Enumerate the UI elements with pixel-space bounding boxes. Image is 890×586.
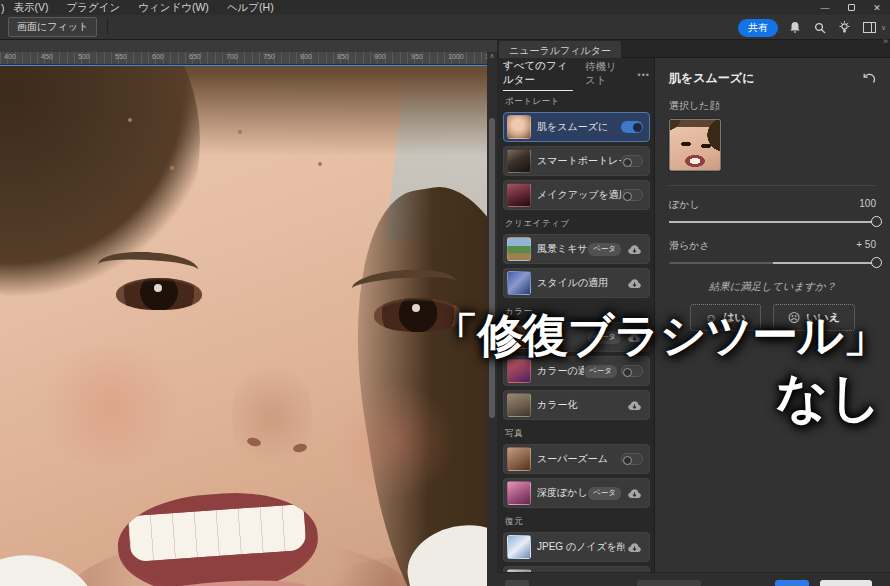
slider-label: 滑らかさ xyxy=(669,239,710,253)
slider-handle[interactable] xyxy=(871,216,882,227)
slider-track[interactable] xyxy=(669,221,876,223)
filter-row[interactable]: 肌をスムーズに xyxy=(503,112,650,142)
slider: ぼかし100 xyxy=(669,198,876,223)
filter-toggle[interactable] xyxy=(621,155,643,167)
ok-button-partial[interactable] xyxy=(775,580,809,586)
lightbulb-icon[interactable] xyxy=(837,21,853,34)
window-controls: — ✕ xyxy=(812,0,890,15)
filter-thumbnail xyxy=(507,393,531,417)
filter-section-title: 復元 xyxy=(505,516,650,528)
ruler-tick-label: 650 xyxy=(189,53,201,60)
document-photo[interactable] xyxy=(0,65,487,586)
filter-label: 風景ミキサー xyxy=(537,242,588,256)
filter-row[interactable]: スマートポートレート xyxy=(503,146,650,176)
output-button-partial[interactable] xyxy=(637,580,701,586)
filter-label: 調和 xyxy=(537,330,588,344)
download-cloud-icon[interactable] xyxy=(625,488,643,499)
filter-row[interactable]: メイクアップを適用 xyxy=(503,180,650,210)
filter-row[interactable]: スーパーズーム xyxy=(503,444,650,474)
ruler-tick-label: 600 xyxy=(152,53,164,60)
filter-detail: 肌をスムーズに 選択した顔 ぼかし100滑らかさ+ 50 結果に満足していますか… xyxy=(655,58,890,572)
scroll-up-icon[interactable]: ∧ xyxy=(487,52,497,60)
download-cloud-icon[interactable] xyxy=(625,542,643,553)
tab-all-filters[interactable]: すべてのフィルター xyxy=(503,59,573,91)
feedback-yes-button[interactable]: ☺ はい xyxy=(690,304,761,331)
selected-face-thumbnail[interactable] xyxy=(669,119,721,171)
smile-icon: ☺ xyxy=(705,311,717,325)
ruler-tick-label: 550 xyxy=(115,53,127,60)
filter-row[interactable]: 深度ぼかしベータ xyxy=(503,478,650,508)
slider-track[interactable] xyxy=(669,262,876,264)
bell-icon[interactable] xyxy=(787,21,803,34)
filter-row[interactable]: カラー化 xyxy=(503,390,650,420)
canvas-area: 4004505005506006507007508008509009501000… xyxy=(0,40,497,586)
close-button[interactable]: ✕ xyxy=(864,0,890,15)
menu-bar: 表示(V)プラグインウィンドウ(W)ヘルプ(H) xyxy=(5,1,283,15)
filter-row[interactable]: 風景ミキサーベータ xyxy=(503,234,650,264)
filter-toggle[interactable] xyxy=(621,121,643,133)
slider-fill xyxy=(669,221,876,223)
filter-thumbnail xyxy=(507,447,531,471)
filter-toggle[interactable] xyxy=(621,453,643,465)
filter-row[interactable]: JPEG のノイズを削除 xyxy=(503,532,650,562)
workspace-icon[interactable] xyxy=(862,22,878,33)
menu-item[interactable]: プラグイン xyxy=(58,1,130,15)
more-options-icon[interactable]: ••• xyxy=(638,70,650,80)
detail-title: 肌をスムーズに xyxy=(669,70,754,87)
slider-handle[interactable] xyxy=(871,257,882,268)
minimize-button[interactable]: — xyxy=(812,0,838,15)
download-cloud-icon[interactable] xyxy=(625,400,643,411)
ruler-tick-label: 950 xyxy=(411,53,423,60)
filter-section-title: クリエイティブ xyxy=(505,218,650,230)
slider-value: + 50 xyxy=(856,239,876,253)
filter-label: スタイルの適用 xyxy=(537,276,625,290)
feedback-section: 結果に満足していますか？ ☺ はい ☹ いいえ xyxy=(669,280,876,331)
filter-row[interactable]: カラーの適用ベータ xyxy=(503,356,650,386)
vertical-scrollbar[interactable]: ∧ xyxy=(487,52,497,586)
filter-thumbnail xyxy=(507,271,531,295)
download-cloud-icon[interactable] xyxy=(625,244,643,255)
filter-label: 深度ぼかし xyxy=(537,486,588,500)
filter-label: スマートポートレート xyxy=(537,154,621,168)
filter-toggle[interactable] xyxy=(621,189,643,201)
horizontal-ruler: 4004505005506006507007508008509009501000… xyxy=(0,52,487,65)
restore-button[interactable] xyxy=(838,0,864,15)
share-button[interactable]: 共有 xyxy=(738,19,778,37)
filter-row[interactable]: 調和ベータ xyxy=(503,322,650,352)
filter-thumbnail xyxy=(507,325,531,349)
download-cloud-icon[interactable] xyxy=(625,278,643,289)
feedback-no-button[interactable]: ☹ いいえ xyxy=(773,304,855,331)
workspace-chevron-icon[interactable]: ∨ xyxy=(881,24,886,32)
filter-row[interactable]: スタイルの適用 xyxy=(503,268,650,298)
reset-icon[interactable] xyxy=(862,73,876,85)
filter-thumbnail xyxy=(507,481,531,505)
ruler-tick-label: 750 xyxy=(263,53,275,60)
filter-section-title: カラー xyxy=(505,306,650,318)
menu-item[interactable]: ウィンドウ(W) xyxy=(129,1,218,15)
scrollbar-thumb[interactable] xyxy=(489,118,495,418)
fit-screen-button[interactable]: 画面にフィット xyxy=(8,17,97,37)
frown-icon: ☹ xyxy=(788,311,801,325)
ruler-tick-label: 400 xyxy=(4,53,16,60)
filter-section-title: 写真 xyxy=(505,428,650,440)
menu-item[interactable]: 表示(V) xyxy=(5,1,58,15)
toggle-knob xyxy=(623,158,632,167)
search-icon[interactable] xyxy=(812,22,828,34)
menu-item[interactable]: ヘルプ(H) xyxy=(218,1,283,15)
filter-badge: ベータ xyxy=(588,243,621,256)
filter-list: すべてのフィルター 待機リスト ••• ポートレート肌をスムーズにスマートポート… xyxy=(497,58,655,572)
download-cloud-icon[interactable] xyxy=(625,332,643,343)
sliders-section: ぼかし100滑らかさ+ 50 xyxy=(669,185,876,264)
toggle-knob xyxy=(623,456,632,465)
toggle-knob xyxy=(633,123,642,132)
filter-toggle[interactable] xyxy=(621,365,643,377)
tab-wait-list[interactable]: 待機リスト xyxy=(585,60,624,91)
filter-list-tabs: すべてのフィルター 待機リスト ••• xyxy=(503,62,650,88)
ruler-tick-label: 500 xyxy=(78,53,90,60)
slider-fill xyxy=(773,262,877,264)
preview-button-partial[interactable] xyxy=(505,580,529,586)
panel-tab-bar: ニューラルフィルター xyxy=(497,40,890,58)
toolbar-overflow-icon[interactable]: » xyxy=(883,36,888,46)
filter-label: カラーの適用 xyxy=(537,364,584,378)
cancel-button-partial[interactable] xyxy=(820,580,872,586)
